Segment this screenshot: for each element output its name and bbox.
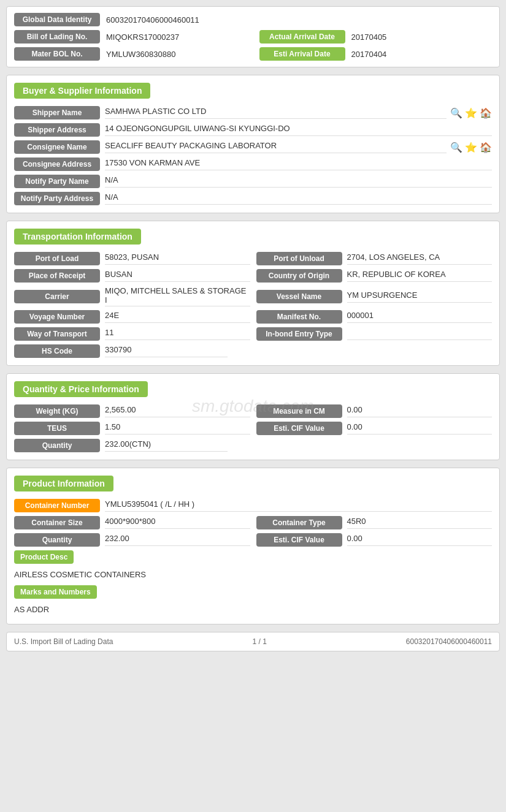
container-type-label: Container Type — [256, 516, 342, 529]
global-data-identity-row: Global Data Identity 6003201704060004600… — [14, 13, 492, 26]
weight-value: 2,565.00 — [105, 405, 250, 417]
notify-party-name-label: Notify Party Name — [14, 175, 100, 188]
hs-code-value: 330790 — [105, 345, 228, 357]
measure-in-cm-label: Measure in CM — [256, 404, 342, 418]
notify-party-address-value: N/A — [105, 192, 492, 205]
shipper-name-icons: 🔍 ⭐ 🏠 — [450, 107, 492, 119]
way-of-transport-label: Way of Transport — [14, 327, 100, 341]
voyage-manifest-row: Voyage Number 24E Manifest No. 000001 — [14, 310, 492, 324]
page-container: sm.gtodata.com Global Data Identity 6003… — [0, 0, 506, 812]
shipper-address-value: 14 OJEONGONGUPGIL UIWANG-SI KYUNGGI-DO — [105, 124, 492, 136]
esti-arrival-date-label: Esti Arrival Date — [259, 47, 345, 61]
quantity-label: Quantity — [14, 439, 100, 452]
bill-of-lading-label: Bill of Lading No. — [14, 30, 100, 44]
container-size-label: Container Size — [14, 516, 100, 529]
teus-cif-row: TEUS 1.50 Esti. CIF Value 0.00 — [14, 422, 492, 435]
shipper-address-label: Shipper Address — [14, 123, 100, 137]
receipt-origin-row: Place of Receipt BUSAN Country of Origin… — [14, 269, 492, 283]
consignee-star-icon[interactable]: ⭐ — [465, 142, 477, 153]
notify-party-name-value: N/A — [105, 175, 492, 188]
manifest-no-label: Manifest No. — [256, 310, 342, 324]
measure-in-cm-value: 0.00 — [347, 405, 493, 417]
footer-left: U.S. Import Bill of Lading Data — [14, 637, 113, 646]
quantity-price-title: Quantity & Price Information — [14, 381, 148, 397]
bill-of-lading-value: MIQOKRS17000237 — [106, 32, 179, 42]
manifest-no-value: 000001 — [347, 311, 493, 323]
carrier-label: Carrier — [14, 290, 100, 303]
product-quantity-cif-row: Quantity 232.00 Esti. CIF Value 0.00 — [14, 533, 492, 547]
buyer-supplier-title: Buyer & Supplier Information — [14, 83, 150, 99]
esti-cif-value-label: Esti. CIF Value — [256, 422, 342, 435]
consignee-address-label: Consignee Address — [14, 157, 100, 171]
container-size-type-row: Container Size 4000*900*800 Container Ty… — [14, 516, 492, 529]
weight-label: Weight (KG) — [14, 404, 100, 418]
carrier-value: MIQO, MITCHELL SALES & STORAGE I — [105, 286, 250, 306]
global-data-identity-label: Global Data Identity — [14, 13, 100, 26]
in-bond-entry-type-value — [347, 328, 493, 340]
quantity-price-section: Quantity & Price Information Weight (KG)… — [6, 373, 500, 460]
container-number-value: YMLU5395041 ( /L / HH ) — [105, 499, 492, 512]
product-esti-cif-label: Esti. CIF Value — [256, 533, 342, 547]
product-esti-cif-value: 0.00 — [347, 534, 493, 546]
footer-right: 600320170406000460011 — [406, 637, 492, 646]
hs-code-label: HS Code — [14, 344, 100, 358]
notify-party-name-row: Notify Party Name N/A — [14, 175, 492, 188]
transport-inbond-row: Way of Transport 11 In-bond Entry Type — [14, 327, 492, 341]
footer-center: 1 / 1 — [252, 637, 266, 646]
consignee-search-icon[interactable]: 🔍 — [450, 142, 462, 153]
footer: U.S. Import Bill of Lading Data 1 / 1 60… — [6, 632, 500, 651]
voyage-number-label: Voyage Number — [14, 310, 100, 324]
consignee-name-icons: 🔍 ⭐ 🏠 — [450, 142, 492, 153]
product-section: Product Information Container Number YML… — [6, 468, 500, 624]
vessel-name-value: YM UPSURGENCE — [347, 290, 493, 303]
shipper-name-value: SAMHWA PLASTIC CO LTD — [105, 107, 447, 119]
bol-arrival-row: Bill of Lading No. MIQOKRS17000237 Actua… — [14, 30, 492, 44]
mater-bol-value: YMLUW360830880 — [106, 50, 175, 59]
notify-party-address-label: Notify Party Address — [14, 192, 100, 205]
shipper-name-row: Shipper Name SAMHWA PLASTIC CO LTD 🔍 ⭐ 🏠 — [14, 106, 492, 120]
container-type-value: 45R0 — [347, 517, 493, 529]
marks-and-numbers-value: AS ADDR — [14, 602, 492, 617]
container-number-row: Container Number YMLU5395041 ( /L / HH ) — [14, 499, 492, 512]
buyer-supplier-section: Buyer & Supplier Information Shipper Nam… — [6, 75, 500, 213]
consignee-address-value: 17530 VON KARMAN AVE — [105, 158, 492, 170]
notify-party-address-row: Notify Party Address N/A — [14, 192, 492, 205]
esti-arrival-date-value: 20170404 — [351, 50, 387, 59]
voyage-number-value: 24E — [105, 311, 250, 323]
consignee-address-row: Consignee Address 17530 VON KARMAN AVE — [14, 157, 492, 171]
in-bond-entry-type-label: In-bond Entry Type — [256, 327, 342, 341]
shipper-star-icon[interactable]: ⭐ — [465, 107, 477, 119]
teus-label: TEUS — [14, 422, 100, 435]
port-load-unload-row: Port of Load 58023, PUSAN Port of Unload… — [14, 252, 492, 265]
carrier-vessel-row: Carrier MIQO, MITCHELL SALES & STORAGE I… — [14, 286, 492, 306]
place-of-receipt-value: BUSAN — [105, 270, 250, 282]
weight-measure-row: Weight (KG) 2,565.00 Measure in CM 0.00 — [14, 404, 492, 418]
mater-bol-esti-row: Mater BOL No. YMLUW360830880 Esti Arriva… — [14, 47, 492, 61]
teus-value: 1.50 — [105, 422, 250, 434]
shipper-search-icon[interactable]: 🔍 — [450, 107, 462, 119]
port-of-unload-label: Port of Unload — [256, 252, 342, 265]
product-desc-container: Product Desc — [14, 550, 492, 564]
actual-arrival-date-label: Actual Arrival Date — [259, 30, 345, 44]
country-of-origin-value: KR, REPUBLIC OF KOREA — [347, 270, 493, 282]
shipper-address-row: Shipper Address 14 OJEONGONGUPGIL UIWANG… — [14, 123, 492, 137]
consignee-home-icon[interactable]: 🏠 — [480, 142, 492, 153]
esti-cif-value: 0.00 — [347, 422, 493, 434]
port-of-load-value: 58023, PUSAN — [105, 252, 250, 265]
shipper-name-label: Shipper Name — [14, 106, 100, 120]
product-quantity-value: 232.00 — [105, 534, 250, 546]
top-identity-section: Global Data Identity 6003201704060004600… — [6, 6, 500, 67]
actual-arrival-date-value: 20170405 — [351, 32, 387, 42]
consignee-name-row: Consignee Name SEACLIFF BEAUTY PACKAGING… — [14, 140, 492, 154]
product-quantity-label: Quantity — [14, 533, 100, 547]
country-of-origin-label: Country of Origin — [256, 269, 342, 283]
port-of-unload-value: 2704, LOS ANGELES, CA — [347, 252, 493, 265]
consignee-name-label: Consignee Name — [14, 140, 100, 154]
shipper-home-icon[interactable]: 🏠 — [480, 107, 492, 119]
quantity-row: Quantity 232.00(CTN) — [14, 439, 492, 452]
product-title: Product Information — [14, 476, 113, 491]
place-of-receipt-label: Place of Receipt — [14, 269, 100, 283]
global-data-identity-value: 600320170406000460011 — [106, 15, 199, 25]
port-of-load-label: Port of Load — [14, 252, 100, 265]
consignee-name-value: SEACLIFF BEAUTY PACKAGING LABORATOR — [105, 141, 447, 153]
